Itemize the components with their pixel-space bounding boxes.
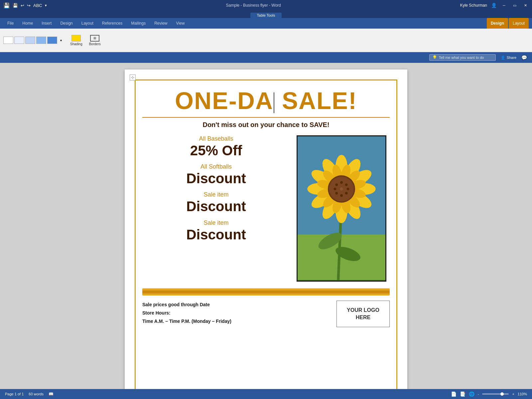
tab-table-layout[interactable]: Layout [509, 18, 529, 29]
sale-item-0-label: All Baseballs [142, 135, 290, 142]
table-style-4[interactable] [36, 37, 46, 44]
sale-item-2[interactable]: Sale item Discount [142, 191, 290, 214]
proofread-icon[interactable]: 📖 [49, 392, 54, 396]
minimize-btn[interactable]: ─ [501, 2, 507, 9]
table-style-5[interactable] [47, 37, 57, 44]
tell-me-input[interactable]: 💡 Tell me what you want to do [429, 54, 496, 61]
close-btn[interactable]: ✕ [522, 2, 529, 9]
sale-item-2-value: Discount [142, 199, 290, 214]
title-bar-left: 💾 💾 ↩ ↪ ABC ▾ [3, 2, 47, 9]
sale-item-1[interactable]: All Softballs Discount [142, 163, 290, 186]
word-page: ⊹ ONE-DA SALE! Don't miss out on your ch… [125, 69, 407, 389]
title-part2: SALE! [282, 87, 357, 114]
table-style-1[interactable] [3, 37, 13, 44]
tab-design[interactable]: Design [56, 18, 76, 29]
comment-button[interactable]: 💬 [521, 55, 527, 60]
footer-line1: Sale prices good through Date [142, 301, 231, 309]
page-info: Page 1 of 1 [5, 392, 24, 396]
flyer-footer: Sale prices good through Date Store Hour… [142, 301, 390, 327]
tell-me-bar: 💡 Tell me what you want to do 👤 Share 💬 [0, 52, 532, 63]
word-count: 60 words [29, 392, 44, 396]
sale-item-0-value: 25% Off [142, 143, 290, 158]
table-style-3[interactable] [25, 37, 35, 44]
svg-point-34 [345, 192, 348, 195]
view-normal-icon[interactable]: 📄 [451, 391, 457, 397]
tab-review[interactable]: Review [150, 18, 171, 29]
share-button[interactable]: 👤 Share [501, 56, 516, 60]
tab-layout[interactable]: Layout [77, 18, 97, 29]
share-label: Share [507, 56, 516, 60]
tab-file[interactable]: File [3, 18, 18, 29]
ribbon-groups: ▾ Shading ⊞ Borders [3, 35, 529, 46]
tab-home[interactable]: Home [18, 18, 37, 29]
zoom-level[interactable]: 110% [518, 392, 527, 396]
sale-item-1-label: All Softballs [142, 163, 290, 170]
view-web-icon[interactable]: 🌐 [469, 391, 474, 397]
sale-item-2-label: Sale item [142, 191, 290, 198]
redo-icon[interactable]: ↪ [27, 3, 31, 8]
table-style-chevron[interactable]: ▾ [58, 37, 64, 44]
sunflower-image[interactable] [297, 135, 386, 282]
tab-mailings[interactable]: Mailings [127, 18, 150, 29]
sale-item-3-value: Discount [142, 227, 290, 242]
sale-item-0[interactable]: All Baseballs 25% Off [142, 135, 290, 158]
svg-point-35 [340, 194, 343, 197]
footer-line2: Store Hours: [142, 309, 231, 317]
shading-button[interactable] [71, 35, 81, 42]
title-bar-right: Kyle Schurman 👤 ─ ▭ ✕ [460, 2, 529, 9]
table-style-2[interactable] [14, 37, 24, 44]
save-icon[interactable]: 💾 [13, 3, 18, 8]
spelling-icon[interactable]: ABC [33, 3, 42, 8]
account-icon: Kyle Schurman [460, 3, 487, 8]
svg-point-39 [340, 187, 343, 191]
svg-point-38 [335, 184, 338, 186]
logo-placeholder[interactable]: YOUR LOGO HERE [336, 301, 390, 327]
title-part1: ONE-DA [175, 87, 273, 114]
flyer-content: ⊹ ONE-DA SALE! Don't miss out on your ch… [135, 79, 397, 389]
account-img: 👤 [491, 3, 497, 8]
text-cursor [274, 92, 274, 113]
logo-line2: HERE [356, 314, 370, 321]
borders-button[interactable]: ⊞ [90, 35, 99, 42]
zoom-slider[interactable] [482, 393, 509, 395]
tab-insert[interactable]: Insert [38, 18, 56, 29]
footer-line3: Time A.M. – Time P.M. (Monday – Friday) [142, 317, 231, 326]
ribbon-content: ▾ Shading ⊞ Borders [0, 29, 532, 52]
gold-divider-bar [142, 288, 390, 296]
flyer-body: All Baseballs 25% Off All Softballs Disc… [142, 135, 390, 282]
title-bar-title: Sample - Business flyer - Word [47, 3, 460, 8]
status-bar: Page 1 of 1 60 words 📖 📄 📑 🌐 - + 110% [0, 389, 532, 399]
main-area: ⊹ ONE-DA SALE! Don't miss out on your ch… [0, 63, 532, 389]
table-tools-label: Table Tools [250, 13, 282, 18]
word-icon: 💾 [3, 2, 10, 9]
footer-text[interactable]: Sale prices good through Date Store Hour… [142, 301, 231, 326]
undo-icon[interactable]: ↩ [21, 3, 24, 8]
table-styles-group: ▾ [3, 37, 64, 44]
tell-me-text: Tell me what you want to do [439, 56, 484, 60]
zoom-minus-btn[interactable]: - [478, 392, 479, 396]
sale-item-1-value: Discount [142, 171, 290, 186]
shading-label: Shading [70, 42, 82, 46]
view-read-icon[interactable]: 📑 [460, 391, 466, 397]
lightbulb-icon: 💡 [432, 55, 437, 60]
flyer-items-list: All Baseballs 25% Off All Softballs Disc… [142, 135, 290, 282]
logo-line1: YOUR LOGO [347, 307, 379, 314]
ribbon-tabs: File Home Insert Design Layout Reference… [0, 18, 532, 29]
svg-point-33 [347, 188, 349, 190]
flyer-image-area [297, 135, 390, 282]
flyer-subtitle[interactable]: Don't miss out on your chance to SAVE! [142, 121, 390, 129]
svg-point-31 [340, 181, 343, 184]
zoom-plus-btn[interactable]: + [512, 392, 514, 396]
tab-table-design[interactable]: Design [487, 18, 508, 29]
ribbon: File Home Insert Design Layout Reference… [0, 18, 532, 63]
tab-references[interactable]: References [98, 18, 126, 29]
flyer-title[interactable]: ONE-DA SALE! [142, 87, 390, 118]
svg-point-32 [345, 184, 348, 186]
svg-point-37 [334, 188, 336, 190]
restore-btn[interactable]: ▭ [511, 2, 518, 9]
tab-view[interactable]: View [172, 18, 189, 29]
status-bar-right: 📄 📑 🌐 - + 110% [451, 391, 527, 397]
table-move-handle[interactable]: ⊹ [130, 74, 136, 80]
sale-item-3[interactable]: Sale item Discount [142, 219, 290, 242]
table-tools-bar: Table Tools [0, 11, 532, 18]
